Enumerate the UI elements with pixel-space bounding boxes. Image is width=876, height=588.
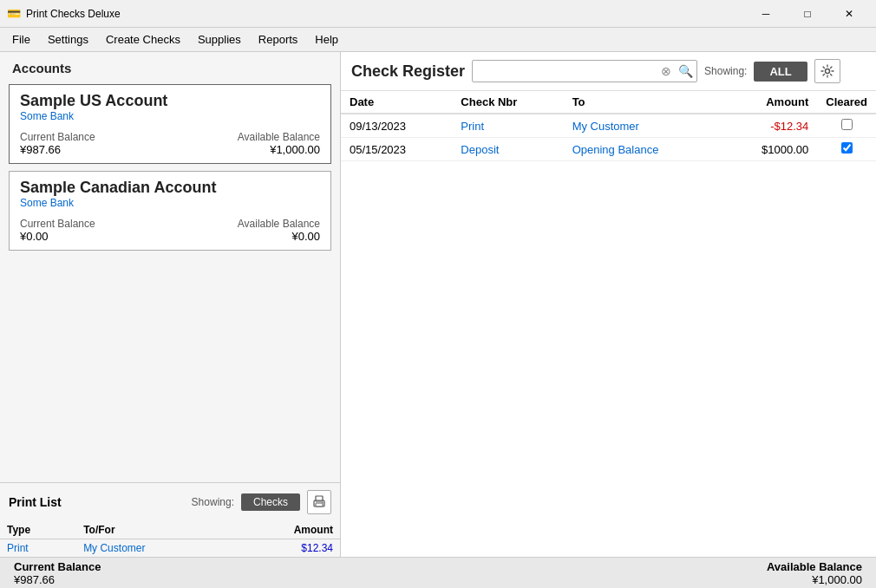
register-title: Check Register [351, 62, 465, 81]
svg-point-4 [825, 69, 829, 74]
register-row-1[interactable]: 09/13/2023 Print My Customer -$12.34 [341, 114, 876, 138]
row1-cleared[interactable] [817, 114, 876, 138]
row1-to: My Customer [564, 114, 721, 138]
col-date: Date [341, 91, 452, 114]
print-list-table: Type To/For Amount Print My Customer $12… [0, 521, 340, 557]
settings-icon [820, 64, 834, 78]
available-balance-label: Available Balance [767, 560, 862, 573]
print-list-column-headers: Type To/For Amount [0, 521, 340, 539]
row1-amount: -$12.34 [720, 114, 817, 138]
account-balances-canadian: Current Balance ¥0.00 Available Balance … [20, 218, 320, 243]
print-list-print-button[interactable] [307, 490, 331, 514]
search-box[interactable]: ⊗ 🔍 [472, 60, 697, 82]
menu-reports[interactable]: Reports [250, 29, 307, 49]
row2-cleared[interactable] [817, 138, 876, 161]
row2-check-nbr: Deposit [452, 138, 563, 161]
register-row-2[interactable]: 05/15/2023 Deposit Opening Balance $1000… [341, 138, 876, 161]
col-amount: Amount [232, 521, 340, 539]
account-card-us[interactable]: Sample US Account Some Bank Current Bala… [9, 84, 331, 164]
register-table: Date Check Nbr To Amount Cleared 09/13/2… [341, 91, 876, 161]
current-balance-label: Current Balance [14, 560, 101, 573]
title-bar: 💳 Print Checks Deluxe ─ □ ✕ [0, 0, 876, 28]
app-title: Print Checks Deluxe [26, 8, 746, 20]
close-button[interactable]: ✕ [829, 1, 869, 27]
col-type: Type [0, 521, 76, 539]
col-to: To [564, 91, 721, 114]
account-name-us: Sample US Account [20, 92, 320, 110]
menu-bar: File Settings Create Checks Supplies Rep… [0, 28, 876, 52]
menu-settings[interactable]: Settings [39, 29, 97, 49]
menu-file[interactable]: File [3, 29, 39, 49]
account-bank-us: Some Bank [20, 110, 320, 122]
print-list-row[interactable]: Print My Customer $12.34 [0, 539, 340, 558]
available-balance-us: Available Balance ¥1,000.00 [238, 131, 320, 156]
row2-cleared-checkbox[interactable] [841, 142, 853, 154]
current-balance-canadian: Current Balance ¥0.00 [20, 218, 95, 243]
print-list-showing-label: Showing: [192, 496, 234, 508]
app-icon: 💳 [7, 7, 21, 21]
right-panel: Check Register ⊗ 🔍 Showing: ALL Date Che… [341, 52, 876, 557]
window-controls: ─ □ ✕ [746, 1, 869, 27]
status-bar: Current Balance ¥987.66 Available Balanc… [0, 557, 876, 588]
col-to-for: To/For [76, 521, 232, 539]
accounts-header: Accounts [0, 52, 340, 81]
print-list-type: Print [0, 539, 76, 558]
row1-cleared-checkbox[interactable] [841, 119, 853, 130]
svg-rect-2 [316, 503, 323, 506]
available-balance-canadian: Available Balance ¥0.00 [238, 218, 320, 243]
col-cleared: Cleared [817, 91, 876, 114]
row1-date: 09/13/2023 [341, 114, 452, 138]
account-name-canadian: Sample Canadian Account [20, 179, 320, 197]
left-panel: Accounts Sample US Account Some Bank Cur… [0, 52, 341, 557]
printer-icon [312, 495, 326, 509]
svg-point-3 [322, 502, 323, 503]
print-list-to-for: My Customer [76, 539, 232, 558]
search-icon[interactable]: 🔍 [675, 64, 696, 78]
account-card-canadian[interactable]: Sample Canadian Account Some Bank Curren… [9, 171, 331, 251]
maximize-button[interactable]: □ [788, 1, 827, 27]
print-list-header: Print List Showing: Checks [0, 483, 340, 521]
row2-amount: $1000.00 [720, 138, 817, 161]
menu-create-checks[interactable]: Create Checks [97, 29, 189, 49]
print-list-amount: $12.34 [232, 539, 340, 558]
status-right: Available Balance ¥1,000.00 [767, 560, 862, 586]
menu-supplies[interactable]: Supplies [189, 29, 250, 49]
main-container: Accounts Sample US Account Some Bank Cur… [0, 52, 876, 557]
search-input[interactable] [473, 65, 657, 78]
register-header: Check Register ⊗ 🔍 Showing: ALL [341, 52, 876, 91]
register-settings-button[interactable] [814, 59, 840, 83]
print-list-section: Print List Showing: Checks Type To [0, 482, 340, 557]
all-button[interactable]: ALL [754, 62, 807, 82]
register-showing-label: Showing: [704, 65, 747, 77]
minimize-button[interactable]: ─ [746, 1, 786, 27]
clear-search-icon[interactable]: ⊗ [657, 64, 675, 78]
print-list-title: Print List [9, 495, 62, 509]
menu-help[interactable]: Help [306, 29, 347, 49]
status-left: Current Balance ¥987.66 [14, 560, 101, 586]
available-balance-value: ¥1,000.00 [812, 573, 862, 586]
register-column-headers: Date Check Nbr To Amount Cleared [341, 91, 876, 114]
account-balances-us: Current Balance ¥987.66 Available Balanc… [20, 131, 320, 156]
current-balance-us: Current Balance ¥987.66 [20, 131, 95, 156]
row2-to: Opening Balance [564, 138, 721, 161]
checks-button[interactable]: Checks [241, 493, 300, 511]
account-bank-canadian: Some Bank [20, 197, 320, 209]
row2-date: 05/15/2023 [341, 138, 452, 161]
row1-check-nbr: Print [452, 114, 563, 138]
col-amount: Amount [720, 91, 817, 114]
col-check-nbr: Check Nbr [452, 91, 563, 114]
current-balance-value: ¥987.66 [14, 573, 55, 586]
